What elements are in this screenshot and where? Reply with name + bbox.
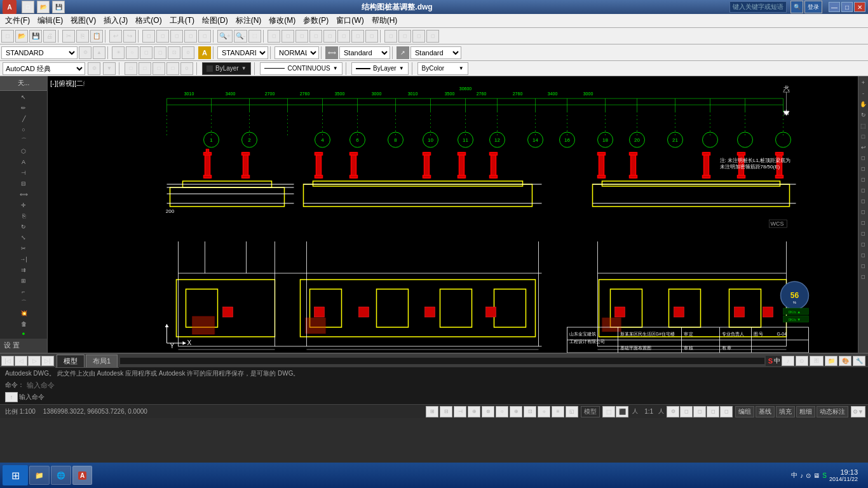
restore-btn[interactable]: □ (841, 2, 853, 12)
lineweight-control[interactable]: ByLayer ▼ (351, 62, 409, 75)
search-icon[interactable]: 🔍 (790, 1, 803, 13)
dyn-toggle[interactable]: ⟐ (538, 406, 550, 417)
right-t4[interactable]: ◻ (858, 186, 869, 196)
tb-copy[interactable]: ⎘ (76, 30, 89, 43)
right-previous[interactable]: ↩ (858, 142, 869, 152)
login-btn[interactable]: 登录 (804, 1, 822, 13)
tool-text[interactable]: A (18, 157, 29, 167)
tb-b3[interactable]: ◻ (170, 30, 183, 43)
otrack-toggle[interactable]: ⊕ (510, 406, 522, 417)
snap-btn1[interactable]: □ (125, 62, 137, 75)
command-input[interactable] (27, 379, 863, 391)
st-btn5[interactable]: ◻ (720, 406, 733, 417)
right-t10[interactable]: ◻ (858, 250, 869, 261)
minimize-btn[interactable]: — (829, 2, 840, 12)
tb-e1[interactable]: ☀ (112, 46, 125, 59)
tb-b4[interactable]: ◻ (184, 30, 197, 43)
tool-scale[interactable]: ⤡ (18, 233, 29, 243)
right-t5[interactable]: ◻ (858, 196, 869, 207)
tb-zoom-out[interactable]: 🔍- (234, 30, 247, 43)
right-t1[interactable]: ◻ (858, 153, 869, 163)
s-btn2[interactable]: ⊙ (796, 356, 808, 366)
tb-open[interactable]: 📂 (15, 30, 28, 43)
snap-btn5[interactable]: 0 (180, 62, 193, 75)
tb-c7[interactable]: ◻ (351, 30, 364, 43)
status-baseline-btn[interactable]: 基线 (756, 406, 775, 417)
coordinates-status[interactable]: 1386998.3022, 966053.7226, 0.0000 (41, 408, 150, 415)
scale-status[interactable]: 比例 1:100 (3, 407, 38, 416)
close-btn[interactable]: ✕ (854, 2, 865, 12)
tb-c8[interactable]: ◻ (365, 30, 378, 43)
workspace-select[interactable]: STANDARD (1, 46, 78, 59)
status-dynamic-btn[interactable]: 动态标注 (817, 406, 848, 417)
status-settings-btn[interactable]: ⚙▼ (851, 406, 865, 417)
tb-undo[interactable]: ↩ (109, 30, 122, 43)
s-btn6[interactable]: 🔧 (853, 356, 865, 366)
menu-format[interactable]: 格式(O) (132, 14, 165, 27)
vp-icon1[interactable]: ⬚ (602, 406, 615, 417)
plot-style-select1[interactable]: Standard (339, 46, 390, 59)
linetype-control[interactable]: CONTINUOUS ▼ (260, 62, 342, 75)
save-btn[interactable]: 💾 (52, 1, 65, 13)
menu-view[interactable]: 视图(V) (67, 14, 100, 27)
tool-hatch[interactable]: ⊟ (18, 179, 29, 189)
tb-cut[interactable]: ✂ (62, 30, 75, 43)
ortho-toggle[interactable]: ⊣ (454, 406, 466, 417)
scroll-next[interactable]: ▷ (28, 356, 41, 366)
tb-c4[interactable]: ◻ (309, 30, 322, 43)
menu-help[interactable]: 帮助(H) (368, 14, 402, 27)
tb-ws-btn[interactable]: ▲ (93, 46, 105, 59)
tool-chamfer[interactable]: ⌐ (18, 287, 29, 297)
tb-zoom-all[interactable]: ⬚ (248, 30, 261, 43)
vp-icon2[interactable]: ⬛ (616, 406, 628, 417)
tb-e2[interactable]: ○ (126, 46, 139, 59)
scroll-first[interactable]: |◁ (1, 356, 14, 366)
tb-d2[interactable]: ◻ (398, 30, 411, 43)
menu-param[interactable]: 参数(P) (299, 14, 332, 27)
ducs-toggle[interactable]: ⊡ (524, 406, 536, 417)
layer-control[interactable]: ByLayer ▼ (202, 62, 251, 75)
tp-toggle[interactable]: ◱ (566, 406, 578, 417)
taskbar-autocad[interactable]: A (72, 466, 92, 485)
menu-modify[interactable]: 修改(M) (265, 14, 299, 27)
tb-d4[interactable]: ◻ (426, 30, 439, 43)
status-thick-btn[interactable]: 粗细 (796, 406, 815, 417)
open-btn[interactable]: 📂 (37, 1, 50, 13)
text-style-select[interactable]: STANDARD (217, 46, 268, 59)
prop-ws-btn2[interactable]: ▼ (103, 62, 116, 75)
tb-paste[interactable]: 📋 (90, 30, 103, 43)
snap-btn3[interactable]: □ (153, 62, 165, 75)
right-t3[interactable]: ◻ (858, 175, 869, 185)
tool-poly[interactable]: ⬡ (18, 146, 29, 156)
taskbar-explorer[interactable]: 📁 (29, 466, 50, 485)
right-zoom-out[interactable]: - (858, 88, 869, 98)
nav-settings[interactable]: 设 置 (0, 339, 47, 352)
tb-ws-settings[interactable]: ⚙ (79, 46, 92, 59)
menu-edit[interactable]: 编辑(E) (34, 14, 67, 27)
tool-circle[interactable]: ○ (18, 125, 29, 135)
right-t6[interactable]: ◻ (858, 207, 869, 217)
s-btn5[interactable]: 🎨 (839, 356, 851, 366)
tb-redo[interactable]: ↪ (123, 30, 136, 43)
workspace-prop-select[interactable]: AutoCAD 经典 (3, 62, 85, 75)
menu-window[interactable]: 窗口(W) (332, 14, 367, 27)
grid-toggle[interactable]: ⊟ (440, 406, 452, 417)
tool-copy[interactable]: ⎘ (18, 211, 29, 221)
tb-e3[interactable]: ◻ (140, 46, 153, 59)
drawing-area[interactable]: [-][俯视][二维线框] (48, 76, 858, 353)
tool-cursor[interactable]: ↖ (18, 92, 29, 102)
menu-tools[interactable]: 工具(T) (166, 14, 198, 27)
s-btn3[interactable]: 图 (810, 356, 824, 366)
right-orbit[interactable]: ↻ (858, 110, 869, 120)
tool-fillet[interactable]: ⌒ (18, 297, 29, 308)
s-btn1[interactable]: ♪ (782, 356, 794, 366)
tb-b1[interactable]: ◻ (142, 30, 155, 43)
dim-style-select[interactable]: NORMAL (275, 46, 319, 59)
right-t12[interactable]: ◻ (858, 272, 869, 282)
cmd-arrow[interactable]: ↑ (5, 392, 18, 402)
tb-d3[interactable]: ◻ (412, 30, 425, 43)
scroll-prev[interactable]: ◁ (15, 356, 27, 366)
right-extent[interactable]: ⬚ (858, 121, 869, 131)
right-zoom-in[interactable]: + (858, 78, 869, 88)
model-status[interactable]: 模型 (581, 406, 600, 417)
